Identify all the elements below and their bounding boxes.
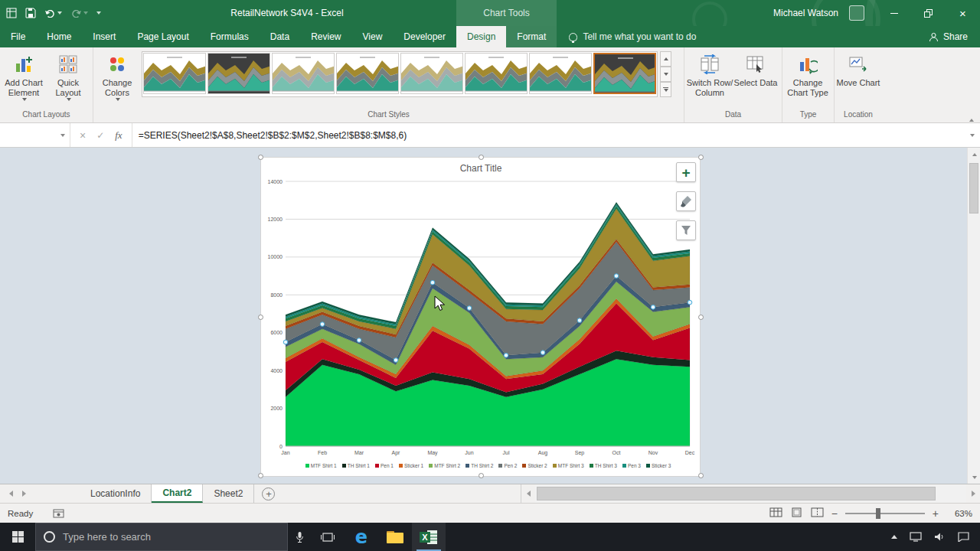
chart-style-thumb-8[interactable] [593,53,656,94]
add-chart-element-button[interactable]: Add Chart Element [2,50,46,109]
vertical-scrollbar[interactable] [967,148,980,484]
start-button[interactable] [0,523,35,551]
ribbon-tab-design[interactable]: Design [456,26,506,47]
undo-button[interactable] [44,8,62,18]
tell-me-box[interactable]: Tell me what you want to do [569,26,696,47]
selection-handle[interactable] [258,473,263,478]
quick-layout-button[interactable]: Quick Layout [46,50,90,109]
zoom-out-button[interactable]: − [831,508,838,519]
hscroll-right-arrow[interactable] [966,484,980,503]
chart-elements-button[interactable]: + [676,162,696,182]
avatar[interactable] [849,5,864,21]
prev-sheet-arrow[interactable] [9,491,13,497]
selection-handle[interactable] [698,155,704,160]
new-sheet-button[interactable]: + [262,487,275,500]
worksheet-area[interactable]: Chart Title02000400060008000100001200014… [0,148,980,484]
chart-style-thumb-3[interactable] [272,53,335,94]
selection-handle[interactable] [258,315,263,320]
tray-expand-icon[interactable] [891,535,897,539]
file-explorer-button[interactable] [378,523,412,551]
selection-handle[interactable] [698,473,704,478]
edge-button[interactable]: e [345,523,378,551]
save-button[interactable] [25,8,36,18]
formula-bar-expand-button[interactable] [963,123,980,147]
chart-style-thumb-7[interactable] [529,53,592,94]
minimize-button[interactable] [877,0,911,26]
ribbon-tab-home[interactable]: Home [36,26,82,47]
name-box[interactable] [0,123,70,147]
gallery-more-button[interactable] [660,82,671,97]
sheet-tab-locationinfo[interactable]: LocationInfo [80,484,152,503]
redo-dropdown-caret-icon[interactable] [83,11,88,15]
page-layout-view-button[interactable] [790,507,803,519]
change-colors-button[interactable]: Change Colors [95,50,139,109]
svg-text:Sep: Sep [575,450,585,456]
undo-dropdown-caret-icon[interactable] [57,11,62,15]
selection-handle[interactable] [479,473,484,478]
hscroll-left-arrow[interactable] [521,484,535,503]
ribbon-tab-developer[interactable]: Developer [393,26,456,47]
normal-view-button[interactable] [769,507,782,519]
select-data-button[interactable]: Select Data [733,50,778,109]
change-colors-icon [106,53,129,76]
hscroll-thumb[interactable] [537,487,936,500]
chart-style-thumb-2[interactable] [207,53,270,94]
scroll-up-arrow[interactable] [968,148,980,161]
chart-style-thumb-1[interactable] [143,53,206,94]
enter-icon[interactable]: ✓ [96,130,104,141]
chart-style-thumb-4[interactable] [336,53,399,94]
insert-function-icon[interactable]: fx [115,129,122,142]
move-chart-button[interactable]: Move Chart [836,50,880,109]
cancel-icon[interactable]: × [80,129,86,142]
horizontal-scrollbar[interactable] [521,484,980,503]
zoom-slider-thumb[interactable] [876,508,880,519]
collapse-ribbon-button[interactable] [969,106,974,119]
sheet-tab-chart2[interactable]: Chart2 [152,484,203,503]
ribbon-tab-data[interactable]: Data [260,26,300,47]
chart-object[interactable]: Chart Title02000400060008000100001200014… [260,157,701,477]
stacked-area-chart[interactable]: Chart Title02000400060008000100001200014… [261,158,700,476]
vertical-scroll-thumb[interactable] [969,163,978,214]
redo-button[interactable] [70,8,88,18]
share-button[interactable]: Share [929,26,980,47]
ribbon-tab-page-layout[interactable]: Page Layout [126,26,199,47]
chart-filters-button[interactable] [676,220,696,240]
ribbon-tab-formulas[interactable]: Formulas [200,26,260,47]
record-macro-icon[interactable] [53,509,64,518]
formula-input[interactable]: =SERIES(Sheet2!$A$8,Sheet2!$B$2:$M$2,She… [132,123,963,147]
selection-handle[interactable] [698,315,704,320]
zoom-level[interactable]: 63% [946,509,972,518]
hscroll-track[interactable] [535,484,966,503]
customize-qat-button[interactable] [96,11,101,15]
zoom-slider[interactable] [845,513,925,514]
close-button[interactable]: × [946,0,980,26]
scroll-down-arrow[interactable] [968,471,980,484]
ribbon-tab-file[interactable]: File [0,26,36,47]
page-break-view-button[interactable] [811,507,824,519]
next-sheet-arrow[interactable] [22,491,26,497]
selection-handle[interactable] [258,155,263,160]
user-name[interactable]: Michael Watson [773,8,838,18]
pc-icon[interactable] [910,532,922,542]
switch-row-column-button[interactable]: Switch Row/ Column [686,50,733,109]
taskbar-search[interactable]: Type here to search [35,523,288,551]
ribbon-tab-format[interactable]: Format [506,26,557,47]
action-center-icon[interactable] [958,532,969,542]
excel-taskbar-button[interactable]: X [412,523,446,551]
task-view-button[interactable] [311,523,345,551]
restore-button[interactable] [911,0,946,26]
sheet-tab-sheet2[interactable]: Sheet2 [203,484,254,503]
ribbon-tab-insert[interactable]: Insert [82,26,126,47]
change-chart-type-button[interactable]: Change Chart Type [784,50,831,109]
chart-style-thumb-6[interactable] [465,53,528,94]
zoom-in-button[interactable]: + [933,508,939,519]
chart-styles-button[interactable] [676,191,696,211]
ribbon-tab-review[interactable]: Review [300,26,351,47]
dictation-mic-button[interactable] [288,523,311,551]
volume-icon[interactable] [934,532,946,542]
ribbon-tab-view[interactable]: View [352,26,394,47]
gallery-down-button[interactable] [660,67,671,82]
gallery-up-button[interactable] [660,51,671,67]
selection-handle[interactable] [479,155,484,160]
chart-style-thumb-5[interactable] [400,53,463,94]
